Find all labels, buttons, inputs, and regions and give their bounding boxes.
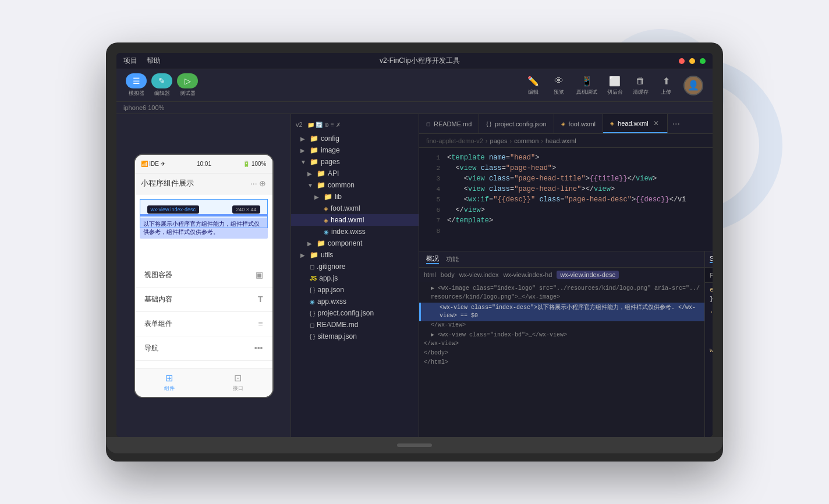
tree-item-foot-wxml[interactable]: ▶ ◈ foot.wxml [291, 203, 419, 214]
bc-html: html [424, 271, 436, 278]
tree-item-index-wxss[interactable]: ▶ ◉ index.wxss [291, 226, 419, 237]
sim-status-bar: 📶 IDE ✈ 10:01 🔋 100% [135, 155, 272, 173]
panel-tab-feature[interactable]: 功能 [446, 255, 459, 264]
nav-item-form[interactable]: 表单组件 ≡ [135, 312, 272, 336]
html-line-2: resources/kind/logo.png">_</wx-image> [419, 293, 704, 303]
edit-icon: ✏️ [525, 74, 541, 87]
nav-item-view[interactable]: 视图容器 ▣ [135, 263, 272, 288]
html-line-9: </html> [419, 359, 704, 368]
menu-bar: 项目 帮助 v2-FinClip小程序开发工具 [116, 53, 713, 69]
tab-project-config[interactable]: { } project.config.json [479, 114, 554, 133]
tree-item-component[interactable]: ▶ 📁 component [291, 237, 419, 249]
interface-tab-icon: ⊡ [234, 372, 242, 384]
tree-item-common[interactable]: ▼ 📁 common [291, 179, 419, 191]
toolbar-simulator-btn[interactable]: ☰ 模拟器 [126, 73, 147, 97]
folder-icon: 📁 [310, 158, 318, 166]
test-icon: ▷ [177, 73, 198, 88]
xml-icon: ◈ [324, 205, 328, 212]
highlight-label: wx-view.index-desc [147, 205, 200, 214]
tree-item-readme[interactable]: ▶ ◻ README.md [291, 319, 419, 331]
sim-tab-component[interactable]: ⊞ 组件 [135, 372, 204, 392]
tree-item-app-wxss[interactable]: ▶ ◉ app.wxss [291, 296, 419, 307]
toolbar-editor-btn[interactable]: ✎ 编辑器 [151, 73, 172, 97]
device-info-bar: iphone6 100% [116, 102, 713, 114]
tree-item-head-wxml[interactable]: ▶ ◈ head.wxml [291, 214, 419, 226]
window-controls [679, 58, 706, 64]
bc-wx-index-desc[interactable]: wx-view.index-desc [557, 271, 619, 279]
tree-item-image[interactable]: ▶ 📁 image [291, 144, 419, 156]
bc-sep-3: › [541, 137, 543, 144]
expand-icon: ▶ [314, 194, 321, 200]
nav-item-basic[interactable]: 基础内容 T [135, 288, 272, 312]
folder-icon: 📁 [310, 134, 318, 143]
styles-tab-styles[interactable]: Styles [710, 255, 713, 263]
tree-label-app-wxss: app.wxss [317, 297, 346, 306]
html-line-7: </wx-view> [419, 340, 704, 349]
sim-tab-interface[interactable]: ⊡ 接口 [204, 372, 272, 392]
sim-title-icons: ··· ⊕ [250, 179, 267, 188]
styles-content: element.style { } .index-desc {<style> m… [705, 283, 713, 437]
tab-head-wxml-label: head.wxml [618, 120, 649, 127]
tree-item-api[interactable]: ▶ 📁 API [291, 168, 419, 179]
component-tab-icon: ⊞ [165, 372, 173, 384]
app-title: v2-FinClip小程序开发工具 [170, 56, 669, 66]
sim-battery: 🔋 100% [243, 161, 266, 167]
tab-readme-label: README.md [434, 120, 472, 127]
tab-foot-wxml[interactable]: ◈ foot.wxml [554, 114, 603, 133]
menu-item-project[interactable]: 项目 [123, 56, 137, 66]
close-tab-icon[interactable]: ✕ [652, 119, 660, 127]
component-tab-label: 组件 [164, 385, 175, 392]
tree-label-app-js: app.js [319, 274, 338, 282]
html-code: ▶ <wx-image class="index-logo" src="../r… [419, 282, 704, 437]
sim-content: wx-view.index-desc 240 × 44 以下将展示小程序官方组件… [135, 194, 272, 368]
panel-tab-overview[interactable]: 概况 [426, 254, 439, 264]
action-preview[interactable]: 👁 预览 [551, 74, 567, 96]
maximize-btn[interactable] [700, 58, 706, 64]
tree-label-project-config: project.config.json [317, 309, 374, 317]
tabs-bar: ◻ README.md { } project.config.json ◈ fo… [419, 114, 713, 134]
code-content: 1 <template name="head"> 2 <view class="… [419, 148, 713, 251]
sim-nav-list: 视图容器 ▣ 基础内容 T 表单组件 ≡ [135, 263, 272, 361]
tree-item-gitignore[interactable]: ▶ ◻ .gitignore [291, 261, 419, 272]
action-device-debug[interactable]: 📱 真机调试 [576, 74, 597, 96]
user-avatar[interactable]: 👤 [683, 76, 703, 95]
file-tree-panel: v2 📁 🔄 ⊕ ≡ ✗ ▶ 📁 config ▶ 📁 image ▼ 📁 [291, 114, 419, 437]
nav-icon-view: ▣ [256, 270, 263, 279]
code-line-6: 6 </view> [419, 205, 713, 215]
device-debug-icon: 📱 [579, 74, 595, 87]
tree-item-sitemap[interactable]: ▶ { } sitemap.json [291, 331, 419, 342]
breadcrumb-item-file: head.wxml [545, 137, 576, 144]
minimize-btn[interactable] [689, 58, 695, 64]
foot-wxml-tab-icon: ◈ [561, 121, 565, 127]
toolbar-test-btn[interactable]: ▷ 测试器 [177, 73, 198, 97]
tree-item-config[interactable]: ▶ 📁 config [291, 133, 419, 144]
editor-label: 编辑器 [154, 90, 170, 97]
phone-wrapper: 📶 IDE ✈ 10:01 🔋 100% 小程序组件展示 ··· ⊕ [116, 114, 290, 437]
tab-readme[interactable]: ◻ README.md [419, 114, 479, 133]
tab-more[interactable]: ··· [668, 114, 685, 133]
background-label: 切后台 [607, 88, 623, 96]
close-btn[interactable] [679, 58, 685, 64]
tree-label-api: API [328, 169, 339, 178]
tree-label-common: common [328, 181, 355, 189]
tree-item-utils[interactable]: ▶ 📁 utils [291, 249, 419, 261]
action-upload[interactable]: ⬆ 上传 [658, 74, 674, 96]
tree-item-app-js[interactable]: ▶ JS app.js [291, 272, 419, 284]
highlight-size: 240 × 44 [232, 205, 260, 214]
menu-item-help[interactable]: 帮助 [147, 56, 161, 66]
nav-icon-basic: T [258, 294, 263, 304]
nav-item-nav[interactable]: 导航 ••• [135, 336, 272, 361]
tree-item-pages[interactable]: ▼ 📁 pages [291, 156, 419, 168]
tree-item-project-config[interactable]: ▶ { } project.config.json [291, 307, 419, 319]
style-line-5: margin-top: 10px; [705, 315, 713, 325]
sim-title-bar: 小程序组件展示 ··· ⊕ [135, 173, 272, 194]
action-clear-cache[interactable]: 🗑 清缓存 [632, 74, 649, 96]
tab-head-wxml[interactable]: ◈ head.wxml ✕ [603, 114, 668, 133]
style-line-4: .index-desc {<style> [705, 306, 713, 315]
action-edit[interactable]: ✏️ 编辑 [525, 74, 541, 96]
tree-item-app-json[interactable]: ▶ { } app.json [291, 284, 419, 296]
tree-item-lib[interactable]: ▶ 📁 lib [291, 191, 419, 203]
action-background[interactable]: ⬜ 切后台 [607, 74, 623, 96]
wxss-icon: ◉ [324, 229, 329, 235]
laptop-notch [397, 443, 432, 447]
